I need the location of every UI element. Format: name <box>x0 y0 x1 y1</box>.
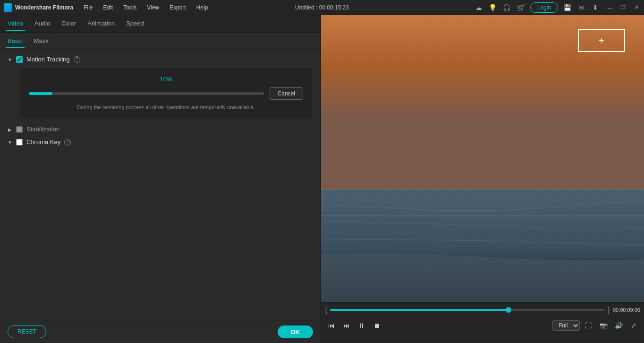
login-button[interactable]: Login <box>530 2 558 13</box>
bracket-left-icon[interactable]: { <box>325 306 327 314</box>
chroma-key-section: ▼ Chroma Key ? <box>8 138 313 146</box>
tab-audio[interactable]: Audio <box>33 17 52 31</box>
volume-icon[interactable]: 🔊 <box>612 319 625 332</box>
reset-button[interactable]: RESET <box>8 325 46 338</box>
panel-bottom: RESET OK <box>0 320 321 343</box>
screenshot-icon[interactable]: 📷 <box>597 319 610 332</box>
menu-bar: File Edit Tools View Export Help <box>79 3 473 12</box>
menu-view[interactable]: View <box>142 3 164 12</box>
cloud-icon[interactable]: ☁ <box>474 2 484 13</box>
ok-button[interactable]: OK <box>278 326 314 338</box>
tabs-row: Video Audio Color Animation Speed <box>0 15 321 33</box>
seek-thumb[interactable] <box>506 307 511 313</box>
sub-tabs-row: Basic Mask <box>0 33 321 50</box>
menu-file[interactable]: File <box>79 3 97 12</box>
close-button[interactable]: ✕ <box>633 4 640 11</box>
preview-svg <box>321 15 644 302</box>
cart-icon[interactable]: 🛒 <box>516 2 526 13</box>
controls-row: ⏮ ⏭ ⏸ ⏹ Full ⛶ 📷 🔊 ⤢ <box>321 317 644 334</box>
progress-fill <box>29 92 52 95</box>
cancel-button[interactable]: Cancel <box>270 87 303 100</box>
menu-export[interactable]: Export <box>165 3 191 12</box>
current-time: 00:00:09:06 <box>613 307 640 313</box>
progress-percent: 10% <box>29 76 303 83</box>
bulb-icon[interactable]: 💡 <box>488 2 498 13</box>
title-actions: ☁ 💡 🎧 🛒 Login 💾 ✉ ⬇ — ❐ ✕ <box>474 2 640 13</box>
headset-icon[interactable]: 🎧 <box>502 2 512 13</box>
chroma-key-checkbox[interactable] <box>16 139 23 146</box>
stabilization-section: ▶ Stabilization <box>8 126 313 133</box>
seek-track[interactable] <box>330 309 604 311</box>
selection-plus-icon: + <box>599 35 604 46</box>
chroma-key-label: Chroma Key <box>26 138 60 146</box>
stabilization-checkbox[interactable] <box>16 126 23 133</box>
menu-edit[interactable]: Edit <box>98 3 118 12</box>
prev-frame-button[interactable]: ⏭ <box>340 319 353 332</box>
motion-tracking-progress: 10% Cancel During the rendering process … <box>19 68 313 118</box>
motion-tracking-toggle[interactable]: ▼ <box>8 57 12 62</box>
left-panel: Video Audio Color Animation Speed Basic … <box>0 15 321 343</box>
tab-speed[interactable]: Speed <box>124 17 146 31</box>
tracking-selection-box[interactable]: + <box>578 29 625 52</box>
titlebar: Wondershare Filmora File Edit Tools View… <box>0 0 644 15</box>
stabilization-label: Stabilization <box>26 126 59 133</box>
save-icon[interactable]: 💾 <box>562 2 572 13</box>
preview-area: + <box>321 15 644 302</box>
quality-select[interactable]: Full <box>552 320 580 331</box>
document-title: Untitled : 00:00:15:23 <box>295 4 349 11</box>
right-panel: + { } 00:00:09:06 ⏮ ⏭ ⏸ ⏹ <box>321 15 644 343</box>
app-name: Wondershare Filmora <box>15 4 73 11</box>
motion-tracking-checkbox[interactable] <box>16 56 23 63</box>
player-controls: { } 00:00:09:06 ⏮ ⏭ ⏸ ⏹ Full ⛶ 📷 🔊 <box>321 302 644 343</box>
download-icon[interactable]: ⬇ <box>590 2 601 13</box>
subtab-mask[interactable]: Mask <box>32 34 51 48</box>
tab-color[interactable]: Color <box>59 17 78 31</box>
subtab-basic[interactable]: Basic <box>6 34 25 48</box>
progress-bar-row: Cancel <box>29 87 303 100</box>
resize-icon[interactable]: ⤢ <box>627 319 640 332</box>
tab-video[interactable]: Video <box>6 17 25 31</box>
chroma-key-toggle[interactable]: ▼ <box>8 140 12 145</box>
fullscreen-icon[interactable]: ⛶ <box>582 319 595 332</box>
stabilization-toggle[interactable]: ▶ <box>8 127 12 132</box>
motion-tracking-header: ▼ Motion Tracking ? <box>8 56 313 63</box>
preview-image: + <box>321 15 644 302</box>
tab-animation[interactable]: Animation <box>85 17 117 31</box>
bracket-right-icon[interactable]: } <box>608 306 610 314</box>
motion-tracking-help-icon[interactable]: ? <box>74 56 80 63</box>
seek-fill <box>330 309 508 311</box>
stop-button[interactable]: ⏹ <box>370 319 383 332</box>
menu-help[interactable]: Help <box>192 3 213 12</box>
seek-bar-row: { } 00:00:09:06 <box>321 303 644 317</box>
chroma-key-help-icon[interactable]: ? <box>64 139 71 146</box>
motion-tracking-title: Motion Tracking <box>26 56 70 63</box>
menu-tools[interactable]: Tools <box>119 3 141 12</box>
maximize-button[interactable]: ❐ <box>619 4 627 11</box>
skip-to-start-button[interactable]: ⏮ <box>325 319 338 332</box>
play-pause-button[interactable]: ⏸ <box>355 319 368 332</box>
logo-icon <box>4 3 12 12</box>
progress-track <box>29 92 264 95</box>
app-logo: Wondershare Filmora <box>4 3 73 12</box>
progress-note: During the rendering process all other o… <box>29 104 303 110</box>
main-layout: Video Audio Color Animation Speed Basic … <box>0 15 644 343</box>
minimize-button[interactable]: — <box>606 4 614 11</box>
mail-icon[interactable]: ✉ <box>576 2 586 13</box>
panel-content: ▼ Motion Tracking ? 10% Cancel During th… <box>0 50 321 320</box>
